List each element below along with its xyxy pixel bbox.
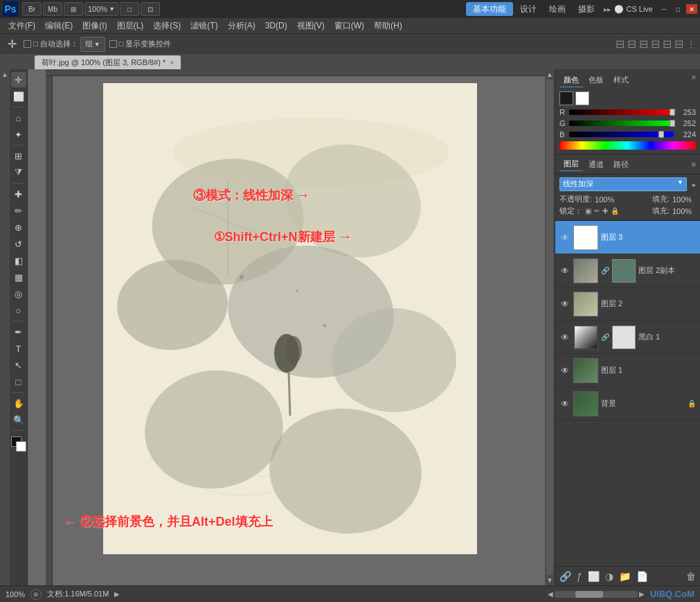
workspace-expand-btn[interactable]: ▸▸ [602, 6, 613, 13]
move-tool[interactable]: ✛ [11, 72, 26, 87]
add-style-btn[interactable]: ƒ [577, 571, 582, 582]
r-slider-thumb[interactable] [670, 109, 675, 116]
zoom-fit-btn[interactable]: ⊕ [30, 589, 42, 600]
layout-btn[interactable]: ⊞ [64, 2, 83, 16]
magic-wand-tool[interactable]: ✦ [11, 127, 26, 142]
layer-item-bg[interactable]: 👁 背景 🔒 [555, 387, 700, 420]
scroll-thumb[interactable] [546, 80, 553, 575]
group-select-dropdown[interactable]: 组 ▼ [80, 37, 105, 52]
align-center-h-icon[interactable]: ⊟ [627, 37, 636, 51]
align-bottom-icon[interactable]: ⊟ [674, 37, 683, 51]
b-slider-thumb[interactable] [658, 131, 664, 138]
scroll-up-btn[interactable]: ▲ [1, 71, 8, 78]
align-left-icon[interactable]: ⊟ [616, 37, 625, 51]
lock-pixels-icon[interactable]: ✏ [594, 207, 600, 215]
menu-layer[interactable]: 图层(L) [113, 19, 148, 33]
menu-select[interactable]: 选择(S) [149, 19, 185, 33]
layer-1-visibility-icon[interactable]: 👁 [559, 366, 571, 375]
auto-select-checkbox[interactable] [24, 40, 31, 48]
lasso-tool[interactable]: ⌂ [11, 110, 26, 125]
design-btn[interactable]: 设计 [514, 3, 542, 15]
tab-color[interactable]: 颜色 [559, 73, 583, 87]
align-middle-v-icon[interactable]: ⊟ [663, 37, 672, 51]
bridge-btn[interactable]: Br [22, 2, 42, 16]
marquee-tool[interactable]: ⬜ [11, 89, 26, 104]
lock-position-icon[interactable]: ✚ [602, 207, 608, 215]
brush-tool[interactable]: ✏ [11, 203, 26, 218]
status-arrow-btn[interactable]: ▶ [114, 590, 120, 598]
menu-window[interactable]: 窗口(W) [330, 19, 368, 33]
healing-tool[interactable]: ✚ [11, 186, 26, 202]
h-scrollbar[interactable] [555, 591, 638, 598]
tab-styles[interactable]: 样式 [609, 73, 633, 87]
scroll-down-right-btn[interactable]: ▼ [545, 576, 555, 585]
distribute-icon[interactable]: ⋮ [686, 39, 696, 50]
align-top-icon[interactable]: ⊟ [651, 37, 660, 51]
tab-channels[interactable]: 通道 [584, 158, 608, 171]
layer-item-2copy[interactable]: 👁 🔗 图层 2副本 [555, 254, 700, 287]
g-slider[interactable] [569, 121, 674, 126]
scroll-up-right-btn[interactable]: ▲ [545, 69, 555, 78]
menu-edit[interactable]: 编辑(E) [41, 19, 77, 33]
clone-tool[interactable]: ⊕ [11, 220, 26, 235]
path-select-tool[interactable]: ↖ [11, 357, 26, 373]
pen-tool[interactable]: ✒ [11, 324, 26, 339]
blend-mode-select[interactable]: 线性加深 ▼ [559, 177, 687, 191]
zoom-display[interactable]: 100% ▼ [84, 2, 118, 16]
menu-analysis[interactable]: 分析(A) [224, 19, 260, 33]
opacity-value[interactable]: 100% [595, 195, 618, 204]
h-scroll-left-btn[interactable]: ◀ [548, 590, 553, 598]
extras-btn[interactable]: ⊡ [141, 2, 160, 16]
minimize-btn[interactable]: ─ [658, 4, 670, 14]
r-slider[interactable] [569, 109, 674, 115]
zoom-tool[interactable]: 🔍 [11, 412, 26, 427]
blur-tool[interactable]: ◎ [11, 286, 26, 301]
fg-color-swatch[interactable] [559, 91, 573, 105]
layer-item-1[interactable]: 👁 图层 1 [555, 354, 700, 387]
layer-item-3[interactable]: 👁 图层 3 [555, 221, 700, 254]
layer-bg-visibility-icon[interactable]: 👁 [559, 399, 571, 409]
link-layers-btn[interactable]: 🔗 [559, 571, 571, 582]
delete-layer-btn[interactable]: 🗑 [686, 571, 696, 582]
tab-close-btn[interactable]: × [170, 59, 174, 67]
photo-btn[interactable]: 摄影 [573, 3, 600, 15]
layer-3-visibility-icon[interactable]: 👁 [559, 233, 571, 242]
layer-2-visibility-icon[interactable]: 👁 [559, 299, 571, 309]
lock-transparent-icon[interactable]: ▣ [585, 207, 591, 215]
canvas[interactable]: ①Shift+Ctrl+N新建层 → ③模式：线性加深 → [103, 83, 477, 554]
draw-btn[interactable]: 绘画 [544, 3, 571, 15]
document-tab[interactable]: 荷叶.jpg @ 100% (图层 3, RGB/8#) * × [35, 55, 181, 69]
new-group-btn[interactable]: 📁 [619, 571, 631, 582]
h-scroll-right-btn[interactable]: ▶ [639, 590, 645, 598]
spectrum-bar[interactable] [559, 141, 696, 150]
text-tool[interactable]: T [11, 341, 26, 356]
screen-mode-btn[interactable]: □ [120, 2, 139, 16]
menu-file[interactable]: 文件(F) [4, 19, 39, 33]
eraser-tool[interactable]: ◧ [11, 253, 26, 268]
background-color[interactable] [16, 441, 26, 452]
hand-tool[interactable]: ✋ [11, 396, 26, 411]
shape-tool[interactable]: □ [11, 374, 26, 389]
tab-swatches[interactable]: 色板 [584, 73, 608, 87]
menu-3d[interactable]: 3D(D) [261, 19, 291, 32]
tab-paths[interactable]: 路径 [609, 158, 633, 171]
new-adjustment-btn[interactable]: ◑ [605, 571, 613, 582]
crop-tool[interactable]: ⊞ [11, 148, 26, 163]
minibridge-btn[interactable]: Mb [43, 2, 62, 16]
layer-bw-visibility-icon[interactable]: 👁 [559, 333, 571, 342]
tab-layers[interactable]: 图层 [559, 157, 583, 171]
color-panel-menu[interactable]: ≡ [692, 73, 696, 87]
align-right-icon[interactable]: ⊟ [639, 37, 648, 51]
layer-item-bw[interactable]: 👁 🔗 黑白 1 [555, 321, 700, 354]
menu-filter[interactable]: 滤镜(T) [186, 19, 222, 33]
eyedropper-tool[interactable]: ⧩ [11, 165, 26, 180]
add-mask-btn[interactable]: ⬜ [588, 571, 600, 582]
layers-panel-menu-btn[interactable]: ≡ [692, 160, 696, 168]
h-scroll-thumb[interactable] [575, 591, 603, 598]
menu-image[interactable]: 图像(I) [78, 19, 111, 33]
dodge-tool[interactable]: ○ [11, 303, 26, 318]
workspace-btn[interactable]: 基本功能 [466, 2, 513, 16]
lock-all-icon[interactable]: 🔒 [611, 207, 619, 215]
close-btn[interactable]: ✕ [686, 4, 697, 14]
history-brush-tool[interactable]: ↺ [11, 236, 26, 251]
